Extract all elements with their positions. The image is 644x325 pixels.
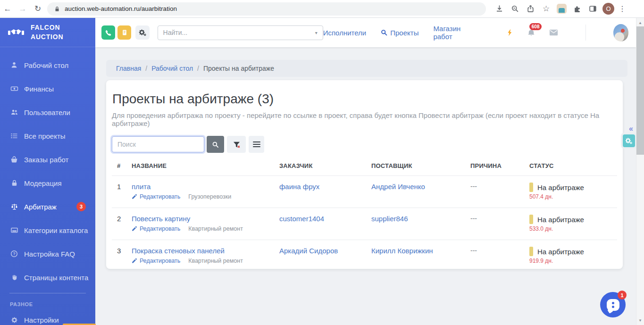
table-search-input[interactable] [112,136,204,152]
docs-button[interactable] [117,25,131,40]
scrollbar-down-icon[interactable]: ▼ [636,317,644,324]
supplier-link[interactable]: Андрей Ивченко [371,183,425,191]
topbar-icons: 608 [506,28,558,37]
nav-link-work-shop[interactable]: Магазин работ [433,25,475,41]
notifications-bell[interactable]: 608 [527,28,535,37]
table-toolbar [112,136,617,153]
status-label: На арбитраже [537,248,584,256]
col-header-status: СТАТУС [529,158,617,176]
sidebar-item-catalog-categories[interactable]: Категории каталога [0,218,95,242]
browser-menu-icon[interactable]: ⋮ [616,4,628,13]
customer-link[interactable]: Аркадий Сидоров [279,247,338,255]
sidebar: FALCON AUCTION Рабочий стол Финансы [0,18,95,325]
mail-icon[interactable] [549,29,558,36]
sidebar-item-moderation[interactable]: Модерация [0,171,95,195]
page-title: Проекты на арбитраже (3) [112,92,617,107]
handshake-logo-icon [8,26,25,39]
col-header-reason: ПРИЧИНА [470,158,529,176]
sidebar-item-finance[interactable]: Финансы [0,77,95,100]
sidebar-nav: Рабочий стол Финансы Пользователи Все пр… [0,47,95,325]
global-search-input[interactable]: Найти... ▾ [158,25,323,40]
supplier-link[interactable]: Кирилл Коврижкин [371,247,433,255]
browser-toolbar: ☆ O ⋮ [492,2,628,16]
status-days: 507.4 дн. [529,193,613,200]
search-icon [212,141,219,148]
settings-widget-button[interactable] [623,134,635,147]
nav-link-performers[interactable]: Исполнители [323,29,367,37]
reason-value: --- [470,176,529,208]
nav-link-projects[interactable]: Проекты [381,29,418,37]
bookmark-star-icon[interactable]: ☆ [538,2,554,16]
search-icon [381,29,387,36]
services-button[interactable] [135,25,149,40]
phone-button[interactable] [101,25,115,40]
sidebar-item-faq-settings[interactable]: ? Настройка FAQ [0,242,95,266]
edit-link[interactable]: Редактировать [132,193,180,200]
breadcrumb-separator: / [197,65,199,72]
lock-icon [10,179,18,187]
status-label: На арбитраже [537,216,584,224]
project-name-link[interactable]: Покраска стеновых панелей [132,247,225,255]
browser-forward-icon[interactable]: → [15,4,30,14]
columns-menu-button[interactable] [249,136,264,153]
status-label: На арбитраже [537,183,584,192]
extensions-puzzle-icon[interactable] [569,2,585,16]
sidebar-item-content-pages[interactable]: Страницы контента [0,266,95,289]
user-avatar[interactable] [613,24,628,42]
sidebar-item-work-orders[interactable]: Заказы работ [0,148,95,171]
sidebar-item-settings[interactable]: Настройки [0,308,95,325]
status-days: 919.9 дн. [529,258,613,264]
side-panel-icon[interactable] [585,2,601,16]
edit-link[interactable]: Редактировать [132,225,180,232]
sidebar-divider [9,293,86,293]
topbar-separator [585,25,586,41]
arbitration-card: Проекты на арбитраже (3) Для проведения … [106,80,623,269]
sidebar-section-label: РАЗНОЕ [0,297,95,308]
customer-link[interactable]: customer1404 [279,215,324,223]
scales-icon [10,203,18,210]
hand-icon [10,274,18,281]
main-content: Главная / Рабочий стол / Проекты на арби… [95,47,636,325]
customer-link[interactable]: фаина фрух [279,183,319,191]
status-days: 533.0 дн. [529,225,613,232]
row-number: 2 [112,208,132,240]
zoom-icon[interactable] [507,2,523,16]
browser-profile-avatar[interactable]: O [601,2,616,16]
project-name-link[interactable]: плита [132,183,151,191]
extension-colored-icon[interactable] [554,2,569,16]
book-icon [121,29,128,36]
share-icon[interactable] [523,2,538,16]
collapse-panel-icon[interactable]: « [629,125,633,133]
breadcrumb-separator: / [145,65,147,72]
status-bar-icon [529,183,533,192]
project-category: Грузоперевозки [188,193,231,200]
sidebar-item-desktop[interactable]: Рабочий стол [0,53,95,77]
sidebar-item-all-projects[interactable]: Все проекты [0,124,95,148]
breadcrumb-home[interactable]: Главная [116,65,141,72]
clear-filter-button[interactable] [227,136,246,153]
sidebar-item-users[interactable]: Пользователи [0,100,95,124]
top-navigation: Исполнители Проекты Магазин работ [323,24,628,42]
address-bar[interactable]: auction.web-automation.ru/auarbitration [47,2,486,16]
sidebar-item-arbitration[interactable]: Арбитраж 3 [0,195,95,218]
table-row: 1 плита Редактировать Грузопере [112,176,617,208]
browser-back-icon[interactable]: ← [0,4,15,14]
browser-refresh-icon[interactable]: ↻ [30,4,45,14]
project-name-link[interactable]: Повесить картину [132,215,190,223]
gear-icon [10,317,18,324]
download-icon[interactable] [492,2,507,16]
scrollbar-up-icon[interactable]: ▲ [636,19,644,26]
page-scrollbar[interactable]: ▲ ▼ [636,18,644,325]
search-button[interactable] [207,136,224,153]
chat-fab-button[interactable]: 1 [600,292,626,317]
col-header-supplier: ПОСТАВЩИК [371,158,470,176]
supplier-link[interactable]: supplier846 [371,215,408,223]
app-topbar: Найти... ▾ Исполнители Проекты Магазин р… [95,18,636,47]
brand-logo[interactable]: FALCON AUCTION [0,18,95,47]
breadcrumb: Главная / Рабочий стол / Проекты на арби… [106,60,627,77]
breadcrumb-desktop[interactable]: Рабочий стол [151,65,193,72]
browser-chrome: ← → ↻ auction.web-automation.ru/auarbitr… [0,0,644,18]
lightning-icon[interactable] [506,28,513,37]
edit-link[interactable]: Редактировать [132,258,180,264]
scrollbar-thumb[interactable] [636,26,644,155]
